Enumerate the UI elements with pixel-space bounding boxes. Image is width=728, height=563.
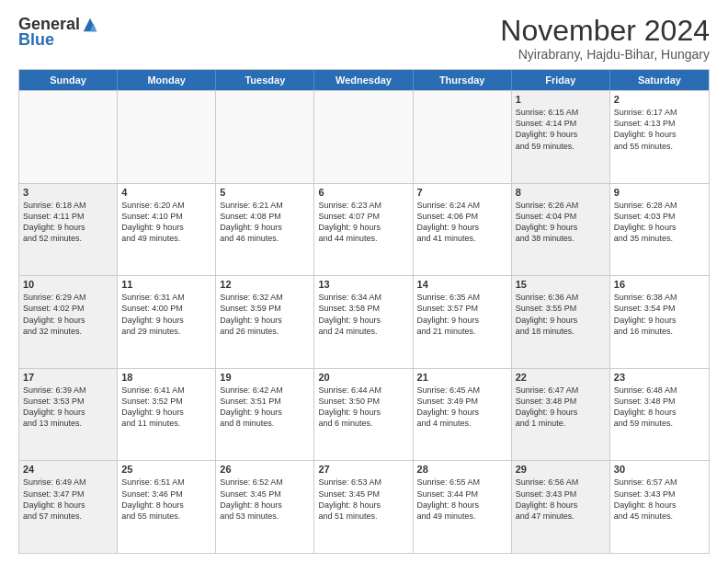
title-section: November 2024 Nyirabrany, Hajdu-Bihar, H…: [500, 15, 710, 62]
day-info: Sunrise: 6:29 AM Sunset: 4:02 PM Dayligh…: [23, 292, 113, 337]
day-number: 2: [614, 94, 705, 105]
day-info: Sunrise: 6:26 AM Sunset: 4:04 PM Dayligh…: [516, 200, 606, 245]
day-number: 26: [220, 464, 310, 475]
weekday-header: Saturday: [610, 70, 709, 90]
day-info: Sunrise: 6:17 AM Sunset: 4:13 PM Dayligh…: [614, 107, 705, 152]
day-info: Sunrise: 6:47 AM Sunset: 3:48 PM Dayligh…: [516, 385, 606, 430]
day-info: Sunrise: 6:44 AM Sunset: 3:50 PM Dayligh…: [318, 385, 408, 430]
day-info: Sunrise: 6:36 AM Sunset: 3:55 PM Dayligh…: [516, 292, 606, 337]
day-info: Sunrise: 6:35 AM Sunset: 3:57 PM Dayligh…: [417, 292, 507, 337]
day-info: Sunrise: 6:38 AM Sunset: 3:54 PM Dayligh…: [614, 292, 705, 337]
day-number: 18: [121, 372, 211, 383]
day-info: Sunrise: 6:15 AM Sunset: 4:14 PM Dayligh…: [516, 107, 606, 152]
day-number: 20: [318, 372, 408, 383]
day-info: Sunrise: 6:53 AM Sunset: 3:45 PM Dayligh…: [318, 477, 408, 522]
calendar-cell: 6Sunrise: 6:23 AM Sunset: 4:07 PM Daylig…: [314, 184, 413, 276]
calendar-cell: 8Sunrise: 6:26 AM Sunset: 4:04 PM Daylig…: [512, 184, 610, 276]
calendar-cell: 4Sunrise: 6:20 AM Sunset: 4:10 PM Daylig…: [118, 184, 216, 276]
calendar-body: 1Sunrise: 6:15 AM Sunset: 4:14 PM Daylig…: [19, 90, 709, 553]
day-info: Sunrise: 6:23 AM Sunset: 4:07 PM Dayligh…: [318, 200, 408, 245]
calendar-cell: [216, 91, 314, 183]
calendar-cell: 30Sunrise: 6:57 AM Sunset: 3:43 PM Dayli…: [610, 461, 709, 553]
day-number: 11: [121, 279, 211, 290]
calendar-cell: 19Sunrise: 6:42 AM Sunset: 3:51 PM Dayli…: [216, 369, 314, 461]
calendar-cell: 24Sunrise: 6:49 AM Sunset: 3:47 PM Dayli…: [19, 461, 118, 553]
calendar-cell: 2Sunrise: 6:17 AM Sunset: 4:13 PM Daylig…: [610, 91, 709, 183]
day-info: Sunrise: 6:51 AM Sunset: 3:46 PM Dayligh…: [121, 477, 211, 522]
weekday-header: Tuesday: [216, 70, 314, 90]
day-number: 12: [220, 279, 310, 290]
logo-blue: Blue: [18, 30, 54, 50]
day-number: 30: [614, 464, 705, 475]
calendar-cell: 14Sunrise: 6:35 AM Sunset: 3:57 PM Dayli…: [414, 276, 512, 368]
day-number: 7: [417, 187, 507, 198]
calendar-cell: 13Sunrise: 6:34 AM Sunset: 3:58 PM Dayli…: [314, 276, 413, 368]
calendar-row: 10Sunrise: 6:29 AM Sunset: 4:02 PM Dayli…: [19, 275, 709, 368]
calendar-cell: 22Sunrise: 6:47 AM Sunset: 3:48 PM Dayli…: [512, 369, 610, 461]
calendar-cell: 17Sunrise: 6:39 AM Sunset: 3:53 PM Dayli…: [19, 369, 118, 461]
calendar-cell: [314, 91, 413, 183]
day-number: 17: [23, 372, 113, 383]
day-number: 29: [516, 464, 606, 475]
calendar-cell: 21Sunrise: 6:45 AM Sunset: 3:49 PM Dayli…: [414, 369, 512, 461]
day-info: Sunrise: 6:41 AM Sunset: 3:52 PM Dayligh…: [121, 385, 211, 430]
month-title: November 2024: [500, 15, 710, 47]
day-info: Sunrise: 6:31 AM Sunset: 4:00 PM Dayligh…: [121, 292, 211, 337]
calendar-cell: 9Sunrise: 6:28 AM Sunset: 4:03 PM Daylig…: [610, 184, 709, 276]
day-number: 25: [121, 464, 211, 475]
weekday-header: Friday: [512, 70, 610, 90]
weekday-header: Wednesday: [314, 70, 413, 90]
calendar-cell: 15Sunrise: 6:36 AM Sunset: 3:55 PM Dayli…: [512, 276, 610, 368]
day-number: 19: [220, 372, 310, 383]
day-info: Sunrise: 6:52 AM Sunset: 3:45 PM Dayligh…: [220, 477, 310, 522]
calendar-cell: 28Sunrise: 6:55 AM Sunset: 3:44 PM Dayli…: [414, 461, 512, 553]
calendar-cell: 3Sunrise: 6:18 AM Sunset: 4:11 PM Daylig…: [19, 184, 118, 276]
day-number: 23: [614, 372, 705, 383]
day-number: 21: [417, 372, 507, 383]
day-info: Sunrise: 6:57 AM Sunset: 3:43 PM Dayligh…: [614, 477, 705, 522]
day-info: Sunrise: 6:55 AM Sunset: 3:44 PM Dayligh…: [417, 477, 507, 522]
page: General Blue November 2024 Nyirabrany, H…: [0, 0, 728, 563]
calendar-cell: 10Sunrise: 6:29 AM Sunset: 4:02 PM Dayli…: [19, 276, 118, 368]
day-info: Sunrise: 6:32 AM Sunset: 3:59 PM Dayligh…: [220, 292, 310, 337]
calendar-cell: 25Sunrise: 6:51 AM Sunset: 3:46 PM Dayli…: [118, 461, 216, 553]
day-number: 6: [318, 187, 408, 198]
calendar-cell: 5Sunrise: 6:21 AM Sunset: 4:08 PM Daylig…: [216, 184, 314, 276]
calendar-cell: [19, 91, 118, 183]
calendar-cell: 18Sunrise: 6:41 AM Sunset: 3:52 PM Dayli…: [118, 369, 216, 461]
logo-icon: [82, 17, 98, 33]
calendar-row: 1Sunrise: 6:15 AM Sunset: 4:14 PM Daylig…: [19, 90, 709, 183]
day-number: 27: [318, 464, 408, 475]
location: Nyirabrany, Hajdu-Bihar, Hungary: [500, 47, 710, 62]
calendar: SundayMondayTuesdayWednesdayThursdayFrid…: [18, 69, 710, 554]
calendar-header: SundayMondayTuesdayWednesdayThursdayFrid…: [19, 70, 709, 90]
calendar-cell: 20Sunrise: 6:44 AM Sunset: 3:50 PM Dayli…: [314, 369, 413, 461]
logo: General Blue: [18, 15, 98, 50]
day-info: Sunrise: 6:20 AM Sunset: 4:10 PM Dayligh…: [121, 200, 211, 245]
day-info: Sunrise: 6:34 AM Sunset: 3:58 PM Dayligh…: [318, 292, 408, 337]
day-info: Sunrise: 6:56 AM Sunset: 3:43 PM Dayligh…: [516, 477, 606, 522]
day-info: Sunrise: 6:39 AM Sunset: 3:53 PM Dayligh…: [23, 385, 113, 430]
day-number: 3: [23, 187, 113, 198]
calendar-cell: 23Sunrise: 6:48 AM Sunset: 3:48 PM Dayli…: [610, 369, 709, 461]
calendar-cell: 29Sunrise: 6:56 AM Sunset: 3:43 PM Dayli…: [512, 461, 610, 553]
day-info: Sunrise: 6:18 AM Sunset: 4:11 PM Dayligh…: [23, 200, 113, 245]
day-number: 28: [417, 464, 507, 475]
weekday-header: Thursday: [414, 70, 512, 90]
calendar-row: 17Sunrise: 6:39 AM Sunset: 3:53 PM Dayli…: [19, 368, 709, 461]
day-number: 4: [121, 187, 211, 198]
day-number: 13: [318, 279, 408, 290]
day-number: 1: [516, 94, 606, 105]
day-number: 14: [417, 279, 507, 290]
header: General Blue November 2024 Nyirabrany, H…: [18, 15, 710, 62]
day-info: Sunrise: 6:45 AM Sunset: 3:49 PM Dayligh…: [417, 385, 507, 430]
calendar-row: 3Sunrise: 6:18 AM Sunset: 4:11 PM Daylig…: [19, 183, 709, 276]
calendar-cell: 11Sunrise: 6:31 AM Sunset: 4:00 PM Dayli…: [118, 276, 216, 368]
day-info: Sunrise: 6:21 AM Sunset: 4:08 PM Dayligh…: [220, 200, 310, 245]
day-number: 9: [614, 187, 705, 198]
calendar-cell: 27Sunrise: 6:53 AM Sunset: 3:45 PM Dayli…: [314, 461, 413, 553]
day-info: Sunrise: 6:42 AM Sunset: 3:51 PM Dayligh…: [220, 385, 310, 430]
day-info: Sunrise: 6:48 AM Sunset: 3:48 PM Dayligh…: [614, 385, 705, 430]
calendar-row: 24Sunrise: 6:49 AM Sunset: 3:47 PM Dayli…: [19, 460, 709, 553]
calendar-cell: [414, 91, 512, 183]
